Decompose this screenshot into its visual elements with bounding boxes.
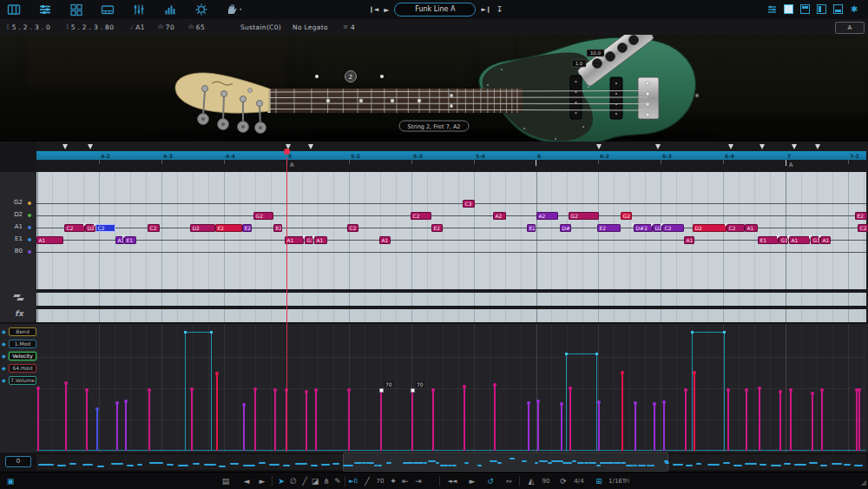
auto-button[interactable]: A	[835, 22, 865, 34]
midi-note[interactable]: A2	[493, 212, 506, 220]
slope-icon[interactable]: ╱	[365, 472, 369, 489]
velocity-bar[interactable]	[759, 388, 760, 451]
midi-note[interactable]: E2	[431, 224, 443, 232]
midi-note[interactable]: A1	[789, 236, 810, 244]
velocity-dot[interactable]	[253, 387, 257, 391]
velocity-bar[interactable]	[494, 385, 496, 451]
grid-resolution[interactable]: 1/16Tri	[608, 472, 629, 489]
velocity-bar[interactable]	[727, 390, 729, 451]
timeline-bar[interactable]	[36, 151, 866, 160]
panel-bottom-icon[interactable]	[833, 4, 843, 14]
velocity-bar[interactable]	[598, 402, 600, 451]
play-offset-icon[interactable]: ►0	[349, 472, 358, 489]
play-marker-triangle[interactable]	[62, 144, 68, 149]
velocity-dot[interactable]	[560, 402, 563, 406]
loop-end[interactable]: ⌉5 . 2 . 3 . 80	[66, 19, 114, 35]
velocity-bar[interactable]	[37, 388, 39, 451]
line-tool-icon[interactable]: ╱	[302, 472, 306, 489]
velocity-dot[interactable]	[493, 383, 496, 387]
release-value[interactable]: ılı65	[188, 19, 205, 35]
midi-note[interactable]: C3	[463, 200, 475, 208]
velocity-dot[interactable]	[347, 388, 351, 392]
midi-note[interactable]: A1	[379, 236, 391, 244]
articulation-lane[interactable]	[36, 293, 866, 306]
play-marker-triangle[interactable]	[815, 144, 820, 149]
velocity-dot[interactable]	[634, 401, 637, 405]
hold-handle[interactable]	[210, 331, 213, 334]
velocity-bar[interactable]	[125, 401, 127, 451]
hold-pedal-region[interactable]	[185, 332, 212, 451]
play-marker-triangle[interactable]	[760, 144, 765, 149]
save-riff-button[interactable]: ↧	[496, 5, 503, 14]
velocity-bar[interactable]	[821, 390, 823, 451]
velocity-bar[interactable]	[561, 404, 562, 451]
midi-note[interactable]: E2	[527, 224, 536, 232]
fx-lane-icon[interactable]: fx	[15, 309, 23, 318]
lane-visibility-diamond[interactable]: ◆	[2, 353, 6, 359]
velocity-dot[interactable]	[124, 400, 128, 403]
next-riff-button[interactable]: ►❙	[481, 6, 490, 13]
matrix-view-icon[interactable]	[69, 3, 83, 17]
instrument-view-icon[interactable]	[7, 3, 21, 17]
midi-note[interactable]: D2	[693, 224, 727, 232]
midi-note[interactable]: A1	[36, 236, 63, 244]
playhead-dot[interactable]	[284, 149, 290, 155]
panel-top-icon[interactable]	[800, 4, 810, 14]
velocity-bar[interactable]	[216, 373, 218, 451]
fx-lane[interactable]	[36, 309, 866, 322]
play-marker-triangle[interactable]	[792, 144, 797, 149]
velocity-dot[interactable]	[215, 372, 219, 375]
midi-note[interactable]: A1	[285, 236, 304, 244]
midi-note[interactable]: E2	[597, 224, 621, 232]
hold-handle[interactable]	[184, 331, 187, 334]
velocity-dot[interactable]	[693, 371, 696, 374]
velocity-dot[interactable]	[463, 385, 466, 388]
velocity-bar[interactable]	[306, 392, 307, 451]
midi-note[interactable]: G2	[569, 212, 599, 220]
velocity-dot[interactable]	[190, 387, 194, 391]
velocity-dot[interactable]	[536, 400, 540, 403]
voices[interactable]: ≡4	[343, 19, 355, 35]
velocity-dot[interactable]	[727, 388, 730, 392]
velocity-bar[interactable]	[812, 393, 813, 451]
velocity-dot[interactable]	[314, 388, 318, 392]
lane-visibility-diamond[interactable]: ◆	[2, 328, 6, 334]
velocity-bar[interactable]	[621, 373, 623, 451]
overview-strip[interactable]: 0	[0, 453, 868, 472]
midi-note[interactable]: E1	[124, 236, 136, 244]
velocity-bar[interactable]	[254, 389, 256, 451]
draw-tool-icon[interactable]: ✎	[334, 472, 341, 489]
midi-note[interactable]: C2	[148, 224, 160, 232]
timeline-ruler[interactable]: 4-24-34-455-25-35-466-26-36-477-2AA	[0, 142, 868, 172]
keyboard-view-icon[interactable]	[101, 3, 115, 17]
time-signature[interactable]: 4/4	[574, 472, 583, 489]
default-velocity[interactable]: 70	[377, 472, 385, 489]
midi-note[interactable]: C2	[727, 224, 745, 232]
align-end-icon[interactable]: ⇥	[415, 472, 422, 489]
lane-visibility-diamond[interactable]: ◆	[2, 340, 6, 347]
fix-tool-icon[interactable]: ✦	[390, 472, 397, 489]
velocity-dot[interactable]	[745, 388, 748, 392]
section-marker-a[interactable]: A	[789, 162, 792, 169]
velocity-dot[interactable]	[653, 402, 656, 406]
midi-note[interactable]: E2	[242, 224, 252, 232]
midi-note[interactable]: E1	[758, 236, 779, 244]
velocity-bar[interactable]	[694, 373, 695, 451]
panel-left-icon[interactable]	[817, 4, 826, 14]
link-icon[interactable]: ∾	[505, 472, 512, 489]
note-pitch[interactable]: ♩A1	[130, 19, 145, 35]
velocity-bar[interactable]	[858, 390, 860, 451]
velocity-bar[interactable]	[528, 403, 529, 451]
section-marker-a[interactable]: A	[290, 162, 293, 169]
velocity-dot[interactable]	[811, 392, 814, 395]
guitar-panel[interactable]: 10.0 1.0	[0, 35, 868, 142]
velocity-dot[interactable]	[858, 388, 861, 392]
channel-strip-icon[interactable]	[767, 4, 777, 14]
resize-grip[interactable]: ◢	[861, 479, 866, 486]
velocity-bar[interactable]	[411, 390, 413, 451]
midi-note[interactable]: D#2	[560, 224, 571, 232]
mini-note-overview[interactable]	[36, 454, 866, 470]
velocity-bar[interactable]	[191, 389, 193, 451]
mute-tool-icon[interactable]: ∅	[290, 472, 297, 489]
velocity-dot[interactable]	[64, 381, 68, 385]
